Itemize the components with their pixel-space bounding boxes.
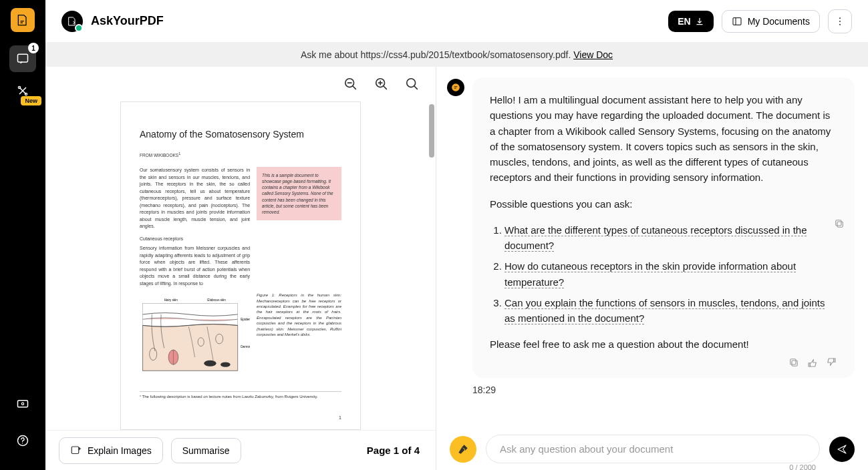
svg-rect-28 — [836, 220, 841, 226]
info-banner: Ask me about https://css4.pub/2015/textb… — [45, 43, 868, 67]
svg-rect-27 — [837, 222, 843, 227]
chat-input[interactable] — [486, 435, 820, 463]
svg-text:Hairy skin: Hairy skin — [164, 298, 178, 302]
doc-sidenote: This is a sample document to showcase pa… — [257, 167, 341, 220]
suggested-question-2[interactable]: How do cutaneous receptors in the skin p… — [504, 258, 837, 290]
pdf-page: Anatomy of the Somatosensory System FROM… — [120, 101, 361, 430]
figure-caption: Figure 1: Receptors in the human skin: M… — [257, 292, 341, 379]
svg-point-23 — [204, 361, 216, 367]
svg-point-10 — [839, 23, 841, 25]
thumbs-up-icon[interactable] — [807, 357, 819, 369]
pdf-toolbar — [45, 67, 436, 101]
search-button[interactable] — [402, 74, 422, 94]
header: AskYourPDF EN My Documents — [45, 0, 868, 43]
doc-para2: Sensory information from Meissner corpus… — [140, 245, 250, 287]
sidebar-item-chat[interactable]: 1 — [9, 45, 36, 72]
doc-section: Cutaneous receptors — [140, 236, 250, 243]
magic-button[interactable] — [450, 436, 476, 463]
thumbs-down-icon[interactable] — [825, 357, 837, 369]
svg-point-4 — [21, 403, 23, 405]
pdf-viewer[interactable]: Anatomy of the Somatosensory System FROM… — [45, 101, 436, 430]
chat-badge: 1 — [28, 43, 39, 53]
more-vertical-icon — [835, 16, 845, 27]
broom-icon — [456, 443, 470, 456]
svg-rect-0 — [18, 54, 28, 62]
message-timestamp: 18:29 — [472, 385, 855, 395]
svg-rect-29 — [792, 361, 797, 366]
new-badge: New — [21, 96, 41, 105]
zoom-in-button[interactable] — [372, 74, 392, 94]
skin-diagram: Hairy skin Glabrous skin Epidermis Dermi… — [140, 292, 250, 379]
image-export-icon — [70, 445, 82, 457]
summarise-button[interactable]: Summarise — [171, 438, 241, 463]
explain-images-button[interactable]: Explain Images — [59, 437, 163, 464]
suggested-question-3[interactable]: Can you explain the functions of sensors… — [504, 295, 837, 326]
zoom-out-button[interactable] — [341, 74, 361, 94]
suggested-question-1[interactable]: What are the different types of cutaneou… — [504, 222, 837, 254]
send-button[interactable] — [829, 437, 855, 462]
explain-images-label: Explain Images — [88, 445, 152, 456]
svg-rect-7 — [733, 17, 741, 25]
pdf-footer: Explain Images Summarise Page 1 of 4 — [45, 430, 436, 470]
doc-para1: Our somatosensory system consists of sen… — [140, 167, 250, 230]
summarise-label: Summarise — [182, 445, 230, 456]
scrollbar[interactable] — [429, 104, 434, 158]
greeting-text: Hello! I am a multilingual document assi… — [490, 92, 837, 186]
doc-page-number: 1 — [339, 415, 341, 420]
chat-input-area: 0 / 2000 — [436, 425, 868, 470]
left-sidebar: 1 New — [0, 0, 45, 470]
pdf-panel: Anatomy of the Somatosensory System FROM… — [45, 67, 436, 470]
banner-text: Ask me about https://css4.pub/2015/textb… — [301, 49, 573, 60]
svg-point-26 — [452, 83, 460, 91]
sidebar-item-help[interactable] — [9, 427, 36, 454]
svg-text:Dermis: Dermis — [241, 345, 250, 348]
chat-messages: Hello! I am a multilingual document assi… — [436, 67, 868, 425]
char-counter: 0 / 2000 — [789, 463, 816, 470]
my-documents-button[interactable]: My Documents — [722, 10, 820, 33]
sidebar-item-billing[interactable] — [9, 390, 36, 417]
panel-icon — [732, 16, 742, 27]
app-logo-icon[interactable] — [11, 8, 35, 32]
language-button[interactable]: EN — [668, 11, 713, 32]
assistant-avatar-icon — [447, 79, 464, 96]
doc-title: Anatomy of the Somatosensory System — [140, 129, 341, 140]
doc-footnote: ¹ The following description is based on … — [140, 391, 341, 399]
download-icon — [695, 17, 704, 26]
chat-panel: Hello! I am a multilingual document assi… — [436, 67, 868, 470]
svg-point-9 — [839, 21, 841, 22]
language-label: EN — [678, 16, 690, 27]
svg-rect-25 — [71, 447, 79, 454]
more-button[interactable] — [828, 9, 852, 33]
copy-icon[interactable] — [788, 357, 800, 369]
page-indicator: Page 1 of 4 — [367, 445, 420, 456]
prompt-text: Possible questions you can ask: — [490, 196, 837, 212]
closer-text: Please feel free to ask me a question ab… — [490, 336, 837, 352]
app-title: AskYourPDF — [91, 14, 164, 28]
my-documents-label: My Documents — [748, 16, 810, 27]
svg-rect-30 — [790, 359, 796, 364]
send-icon — [836, 443, 848, 455]
svg-point-24 — [221, 363, 231, 367]
doc-subtitle: FROM WIKIBOOKS1 — [140, 152, 341, 158]
svg-text:Epidermis: Epidermis — [241, 318, 250, 321]
copy-icon[interactable] — [833, 218, 845, 230]
assistant-message: Hello! I am a multilingual document assi… — [472, 77, 855, 378]
svg-rect-3 — [18, 401, 28, 407]
header-logo-icon — [61, 11, 83, 32]
svg-text:Glabrous skin: Glabrous skin — [207, 298, 226, 302]
sidebar-item-tools[interactable]: New — [9, 77, 36, 104]
svg-point-6 — [22, 443, 23, 443]
view-doc-link[interactable]: View Doc — [573, 49, 613, 60]
svg-point-8 — [839, 17, 841, 19]
